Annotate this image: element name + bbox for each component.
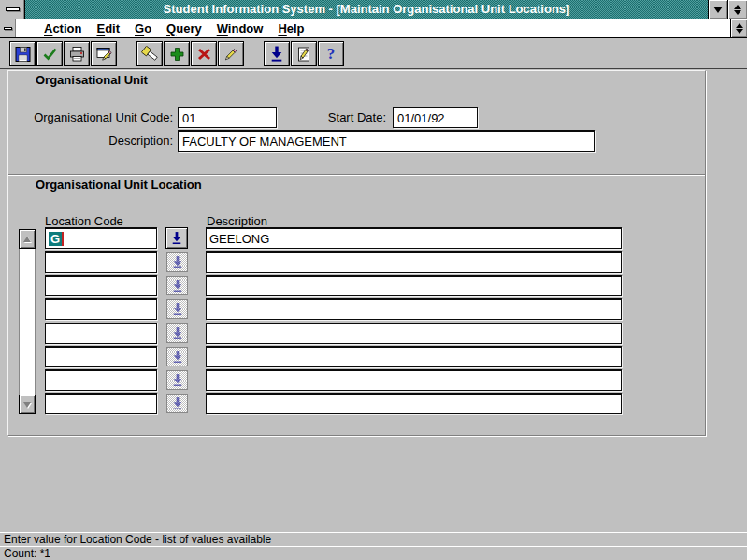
- mdi-restore-down-arrow-icon: [736, 29, 743, 34]
- lov-button-disabled: [166, 370, 188, 390]
- location-code-input[interactable]: [45, 369, 157, 391]
- title-bar: Student Information System - [Maintain O…: [0, 0, 747, 19]
- location-description-input[interactable]: [206, 323, 622, 344]
- org-unit-code-input[interactable]: [178, 107, 277, 128]
- mdi-control-menu-box[interactable]: [0, 19, 16, 37]
- location-code-input[interactable]: [45, 323, 157, 344]
- down-arrow-icon: [172, 302, 183, 316]
- start-date-input[interactable]: [393, 107, 478, 128]
- lov-button-disabled: [166, 394, 188, 413]
- down-arrow-icon: [172, 396, 183, 410]
- save-button[interactable]: [9, 41, 36, 66]
- lov-button-disabled: [166, 252, 188, 272]
- down-arrow-icon: [172, 255, 183, 269]
- description-column-header: Description: [207, 214, 267, 228]
- menu-help[interactable]: Help: [270, 22, 311, 36]
- status-bar: Enter value for Location Code - list of …: [0, 532, 747, 560]
- selected-text: G: [49, 232, 62, 246]
- location-code-column-header: Location Code: [45, 214, 123, 228]
- location-code-input[interactable]: G: [45, 227, 157, 249]
- lov-button-disabled: [166, 299, 188, 319]
- print-button[interactable]: [64, 41, 90, 66]
- green-check-icon: [41, 46, 59, 63]
- minimize-button[interactable]: [708, 0, 727, 19]
- toolbar-group-utility: ?: [264, 41, 345, 66]
- lov-button-disabled: [166, 276, 188, 295]
- org-unit-section-title: Organisational Unit: [36, 73, 148, 87]
- question-mark-icon: ?: [327, 46, 336, 62]
- menu-action[interactable]: Action: [36, 22, 89, 36]
- lov-button-disabled: [166, 323, 188, 343]
- location-description-input[interactable]: [206, 346, 622, 367]
- location-description-input[interactable]: [206, 251, 622, 273]
- text-cursor: [62, 232, 64, 246]
- list-of-values-button[interactable]: [264, 41, 290, 66]
- location-description-input[interactable]: [206, 298, 622, 320]
- floppy-disk-icon: [14, 46, 32, 63]
- location-description-input[interactable]: GEELONG: [206, 227, 622, 249]
- control-menu-box[interactable]: [0, 0, 25, 19]
- description-input[interactable]: [178, 130, 595, 152]
- down-arrow-icon: [269, 46, 284, 62]
- location-code-input[interactable]: [45, 393, 157, 414]
- location-row: [0, 251, 747, 273]
- insert-record-button[interactable]: [164, 41, 190, 66]
- down-arrow-icon: [172, 326, 183, 340]
- location-code-input[interactable]: [45, 346, 157, 367]
- location-code-input[interactable]: [45, 251, 157, 273]
- green-plus-icon: [168, 46, 186, 63]
- menu-items: Action Edit Go Query Window Help: [16, 19, 730, 37]
- menu-go[interactable]: Go: [127, 22, 159, 36]
- mdi-restore-button[interactable]: [730, 19, 747, 37]
- location-section-title: Organisational Unit Location: [36, 178, 202, 192]
- mdi-control-menu-dash-icon: [4, 27, 12, 30]
- location-code-input[interactable]: [45, 298, 157, 320]
- description-label: Description:: [26, 134, 173, 148]
- status-count-line: Count: *1: [0, 546, 747, 560]
- flashlight-icon: [141, 46, 159, 63]
- location-code-input[interactable]: [45, 275, 157, 296]
- location-description-input[interactable]: [206, 393, 622, 414]
- toolbar-group-file: [9, 41, 118, 66]
- location-row: [0, 298, 747, 320]
- down-arrow-icon: [172, 350, 183, 364]
- location-row: [0, 323, 747, 344]
- toolbar-group-record: [136, 41, 245, 66]
- location-description-input[interactable]: [206, 369, 622, 391]
- window-pencil-icon: [95, 46, 113, 63]
- window-title: Student Information System - [Maintain O…: [25, 0, 708, 19]
- org-unit-code-label: Organisational Unit Code:: [26, 110, 173, 124]
- minimize-arrow-icon: [713, 7, 723, 13]
- printer-icon: [68, 46, 86, 63]
- location-row: [0, 346, 747, 367]
- menu-edit[interactable]: Edit: [89, 22, 127, 36]
- edit-button[interactable]: [291, 41, 317, 66]
- update-record-button[interactable]: [218, 41, 244, 66]
- mdi-restore-up-arrow-icon: [736, 23, 743, 28]
- lov-button-disabled: [166, 347, 188, 366]
- red-x-icon: [195, 46, 213, 63]
- window-edit-button[interactable]: [91, 41, 117, 66]
- down-arrow-icon: [172, 373, 183, 387]
- location-row: [0, 393, 747, 414]
- toolbar: ?: [0, 38, 747, 69]
- location-row: G GEELONG: [0, 227, 747, 249]
- help-button[interactable]: ?: [318, 41, 344, 66]
- delete-record-button[interactable]: [191, 41, 217, 66]
- start-date-label: Start Date:: [318, 110, 386, 124]
- location-description-input[interactable]: [206, 275, 622, 296]
- enter-query-button[interactable]: [136, 41, 163, 66]
- menu-window[interactable]: Window: [209, 22, 271, 36]
- lov-button[interactable]: [165, 227, 188, 249]
- restore-up-arrow-icon: [734, 5, 741, 9]
- restore-button[interactable]: [727, 0, 747, 19]
- pencil-icon: [223, 46, 240, 63]
- control-menu-dash-icon: [6, 7, 20, 11]
- location-row: [0, 275, 747, 296]
- accept-button[interactable]: [36, 41, 63, 66]
- section-separator: [8, 174, 705, 176]
- description-value: GEELONG: [209, 232, 269, 246]
- location-row: [0, 369, 747, 391]
- menu-bar: Action Edit Go Query Window Help: [0, 19, 747, 38]
- menu-query[interactable]: Query: [159, 22, 209, 36]
